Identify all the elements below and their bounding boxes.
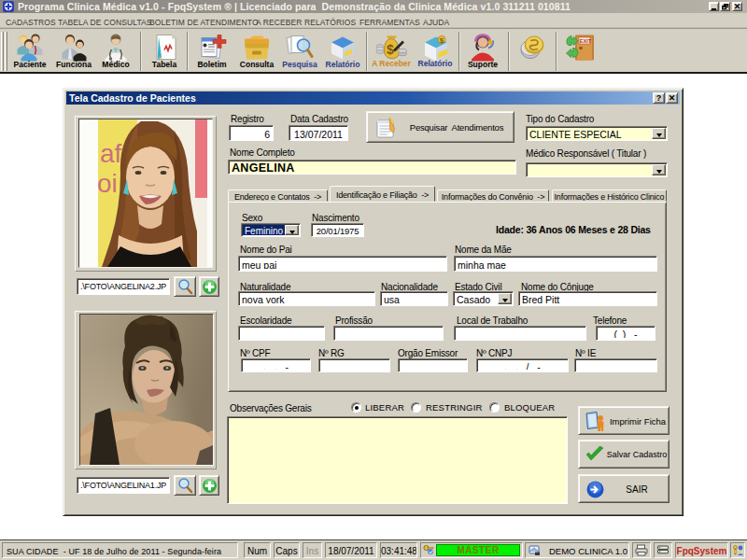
svg-text:oi: oi: [97, 169, 118, 198]
svg-text:$: $: [387, 42, 394, 57]
svg-text:af: af: [100, 139, 122, 168]
svg-text:EXIT: EXIT: [580, 38, 592, 44]
svg-text:$: $: [440, 36, 444, 45]
